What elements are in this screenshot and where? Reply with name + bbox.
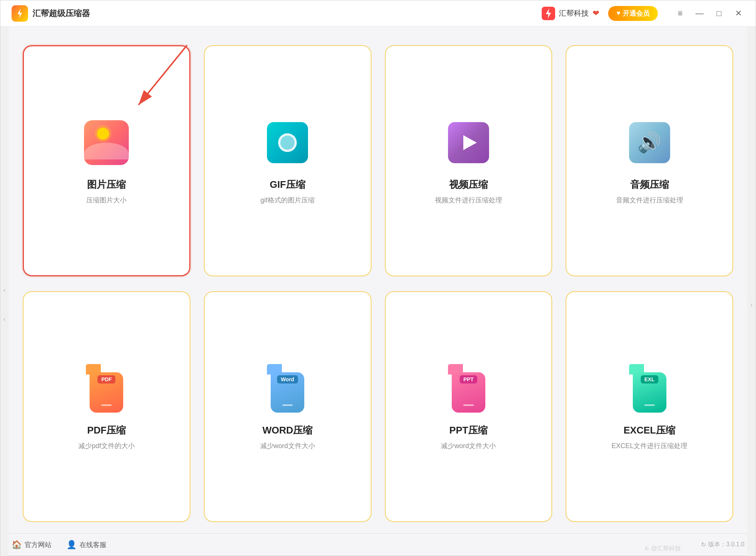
home-icon: 🏠 xyxy=(12,540,22,550)
watermark: ⊕ @汇帮科技 xyxy=(644,545,681,553)
audio-compression-icon: 🔊 xyxy=(629,122,670,163)
title-bar: 汇帮超级压缩器 汇帮科技 ❤ ♥ 开通会员 ≡ — □ ✕ xyxy=(0,0,756,27)
audio-icon-wrap: 🔊 xyxy=(625,118,674,167)
app-icon xyxy=(12,5,28,22)
footer-online-service[interactable]: 👤 在线客服 xyxy=(66,540,106,550)
card-word[interactable]: Word WORD压缩 减少word文件大小 xyxy=(204,291,371,522)
gif-compression-icon xyxy=(267,122,308,163)
menu-button[interactable]: ≡ xyxy=(674,7,686,19)
pdf-body: PDF xyxy=(90,372,123,413)
excel-label: EXL xyxy=(641,375,658,383)
card-image[interactable]: 图片压缩 压缩图片大小 xyxy=(23,45,190,276)
card-pdf-desc: 减少pdf文件的大小 xyxy=(78,441,135,450)
brand-heart-icon: ❤ xyxy=(592,9,599,18)
excel-dash xyxy=(644,404,655,406)
pdf-label: PDF xyxy=(97,375,115,383)
vip-heart-icon: ♥ xyxy=(616,9,620,17)
app-title: 汇帮超级压缩器 xyxy=(32,8,90,19)
ppt-dash xyxy=(463,404,474,406)
pdf-file-icon: PDF xyxy=(86,364,127,413)
image-compression-icon xyxy=(84,120,129,165)
play-triangle xyxy=(463,135,477,150)
version-label: 版本：3.0.1.0 xyxy=(708,541,744,549)
word-label: Word xyxy=(277,375,298,383)
card-image-title: 图片压缩 xyxy=(87,178,126,191)
footer-version: ↻ 版本：3.0.1.0 xyxy=(701,541,744,549)
word-icon-wrap: Word xyxy=(263,364,312,413)
card-image-desc: 压缩图片大小 xyxy=(86,196,127,205)
service-icon: 👤 xyxy=(66,540,77,550)
card-video-desc: 视频文件进行压缩处理 xyxy=(435,196,502,205)
title-bar-left: 汇帮超级压缩器 xyxy=(12,5,542,22)
card-gif-title: GIF压缩 xyxy=(270,178,305,191)
card-audio[interactable]: 🔊 音频压缩 音频文件进行压缩处理 xyxy=(566,45,733,276)
pdf-icon-wrap: PDF xyxy=(82,364,131,413)
video-compression-icon xyxy=(448,122,489,163)
close-button[interactable]: ✕ xyxy=(732,7,744,19)
right-arrow-icon: › xyxy=(750,301,752,308)
excel-file-icon: EXL xyxy=(629,364,670,413)
card-ppt-desc: 减少word文件大小 xyxy=(441,441,496,450)
speaker-icon: 🔊 xyxy=(637,131,662,154)
card-gif[interactable]: GIF压缩 gif格式的图片压缩 xyxy=(204,45,371,276)
card-ppt[interactable]: PPT PPT压缩 减少word文件大小 xyxy=(385,291,553,522)
card-word-desc: 减少word文件大小 xyxy=(260,441,315,450)
official-site-label: 官方网站 xyxy=(25,540,52,549)
cards-row-2: PDF PDF压缩 减少pdf文件的大小 Word xyxy=(23,291,733,522)
card-gif-desc: gif格式的图片压缩 xyxy=(261,196,315,205)
card-excel-title: EXCEL压缩 xyxy=(623,424,675,437)
ppt-body: PPT xyxy=(452,372,485,413)
minimize-button[interactable]: — xyxy=(694,7,706,19)
card-pdf[interactable]: PDF PDF压缩 减少pdf文件的大小 xyxy=(23,291,190,522)
card-video[interactable]: 视频压缩 视频文件进行压缩处理 xyxy=(385,45,553,276)
ppt-file-icon: PPT xyxy=(448,364,489,413)
card-excel[interactable]: EXL EXCEL压缩 EXCEL文件进行压缩处理 xyxy=(566,291,733,522)
brand-area: 汇帮科技 ❤ xyxy=(542,7,599,20)
refresh-icon: ↻ xyxy=(701,541,706,548)
image-icon-wrap xyxy=(82,118,131,167)
gif-circle xyxy=(278,133,297,152)
vip-button[interactable]: ♥ 开通会员 xyxy=(608,6,658,21)
online-service-label: 在线客服 xyxy=(80,540,106,549)
gif-icon-wrap xyxy=(263,118,312,167)
pdf-dash xyxy=(101,404,112,406)
window-controls: ≡ — □ ✕ xyxy=(674,7,744,19)
ppt-icon-wrap: PPT xyxy=(444,364,493,413)
word-file-icon: Word xyxy=(267,364,308,413)
word-dash xyxy=(282,404,293,406)
vip-btn-label: 开通会员 xyxy=(623,9,650,18)
footer-official-site[interactable]: 🏠 官方网站 xyxy=(12,540,52,550)
card-excel-desc: EXCEL文件进行压缩处理 xyxy=(612,441,687,450)
brand-name: 汇帮科技 xyxy=(559,8,589,18)
side-left: ‹ ‹ xyxy=(0,27,9,556)
sun-shape xyxy=(97,128,109,140)
card-audio-title: 音频压缩 xyxy=(630,178,669,191)
side-right: › xyxy=(747,27,756,556)
card-ppt-title: PPT压缩 xyxy=(449,424,488,437)
app-window: 汇帮超级压缩器 汇帮科技 ❤ ♥ 开通会员 ≡ — □ ✕ xyxy=(0,0,756,556)
ppt-label: PPT xyxy=(460,375,477,383)
left-arrow-icon2: ‹ xyxy=(3,316,5,323)
main-content: 图片压缩 压缩图片大小 GIF压缩 gif格式的图片压缩 xyxy=(0,27,756,533)
word-body: Word xyxy=(271,372,304,413)
excel-icon-wrap: EXL xyxy=(625,364,674,413)
card-video-title: 视频压缩 xyxy=(449,178,488,191)
card-audio-desc: 音频文件进行压缩处理 xyxy=(616,196,683,205)
footer: 🏠 官方网站 👤 在线客服 ⊕ @汇帮科技 ↻ 版本：3.0.1.0 xyxy=(0,533,756,556)
card-word-title: WORD压缩 xyxy=(262,424,312,437)
brand-lightning-icon xyxy=(542,7,555,20)
video-icon-wrap xyxy=(444,118,493,167)
title-bar-right: 汇帮科技 ❤ ♥ 开通会员 ≡ — □ ✕ xyxy=(542,6,744,21)
card-pdf-title: PDF压缩 xyxy=(87,424,126,437)
cards-row-1: 图片压缩 压缩图片大小 GIF压缩 gif格式的图片压缩 xyxy=(23,45,733,276)
maximize-button[interactable]: □ xyxy=(713,7,725,19)
excel-body: EXL xyxy=(633,372,666,413)
left-arrow-icon: ‹ xyxy=(3,287,5,293)
